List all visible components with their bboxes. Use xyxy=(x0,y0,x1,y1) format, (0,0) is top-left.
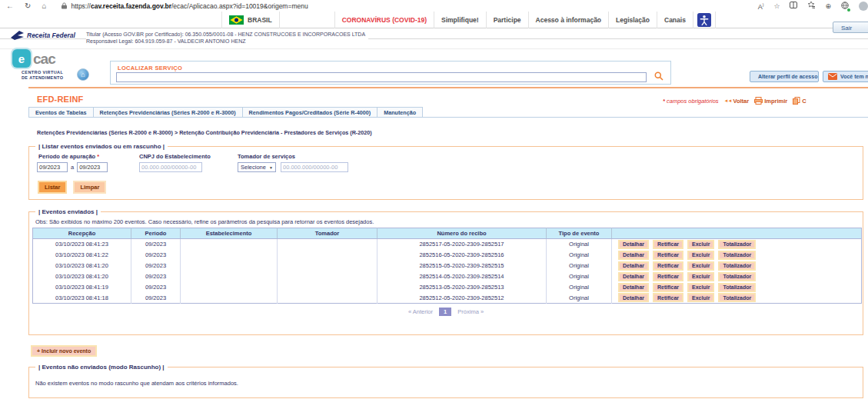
read-aloud-icon[interactable]: A) xyxy=(758,1,764,11)
localizar-servico-label: LOCALIZAR SERVIÇO xyxy=(118,65,182,71)
search-button[interactable] xyxy=(653,71,664,82)
browser-sync-icon[interactable] xyxy=(841,2,849,11)
retificar-button[interactable]: Retificar xyxy=(653,272,683,281)
back-icon[interactable]: ← xyxy=(6,2,14,10)
retificar-button[interactable]: Retificar xyxy=(653,261,683,271)
detalhar-button[interactable]: Detalhar xyxy=(618,272,649,281)
sair-button[interactable]: Sair xyxy=(833,22,868,33)
excluir-button[interactable]: Excluir xyxy=(687,293,714,302)
accessibility-button[interactable] xyxy=(693,12,716,28)
main-tabs: Eventos de Tabelas Retenções Previdenciá… xyxy=(28,107,868,118)
retificar-button[interactable]: Retificar xyxy=(653,283,683,292)
tab-retencoes-previdenciarias[interactable]: Retenções Previdenciárias (Séries R-2000… xyxy=(93,107,242,117)
detalhar-button[interactable]: Detalhar xyxy=(618,261,649,271)
detalhar-button[interactable]: Detalhar xyxy=(618,293,649,302)
listar-button[interactable]: Listar xyxy=(38,181,67,194)
partial-action-link[interactable]: C xyxy=(793,97,806,105)
split-screen-icon[interactable] xyxy=(790,2,797,10)
alterar-perfil-button[interactable]: Alterar perfil de acesso xyxy=(750,71,819,82)
mensagens-label: Você tem nova xyxy=(840,74,868,79)
table-header-row: Recepção Período Estabelecimento Tomador… xyxy=(33,228,862,239)
breadcrumb: Retenções Previdenciárias (Séries R-2000… xyxy=(37,129,372,136)
col-recepcao: Recepção xyxy=(33,228,131,239)
totalizador-button[interactable]: Totalizador xyxy=(718,251,756,260)
eventos-table: Recepção Período Estabelecimento Tomador… xyxy=(32,228,862,304)
imprimir-link[interactable]: Imprimir xyxy=(754,97,787,105)
totalizador-button[interactable]: Totalizador xyxy=(718,261,756,271)
ecac-cac-label: cac xyxy=(33,52,55,66)
detalhar-button[interactable]: Detalhar xyxy=(618,283,649,292)
retificar-button[interactable]: Retificar xyxy=(653,240,683,249)
page-toolbar: * campos obrigatórios ◄◄Voltar Imprimir … xyxy=(663,97,868,105)
receita-federal-swoosh-icon xyxy=(11,31,24,40)
periodo-de-input[interactable] xyxy=(37,162,68,172)
periodo-ate-input[interactable] xyxy=(77,162,108,172)
table-row: 03/10/2023 08:41:2309/20232852517-05-202… xyxy=(33,239,862,250)
detalhar-button[interactable]: Detalhar xyxy=(618,251,649,260)
brasil-link[interactable]: BRASIL xyxy=(221,12,280,28)
totalizador-button[interactable]: Totalizador xyxy=(718,240,756,249)
acesso-informacao-link[interactable]: Acesso à informação xyxy=(529,12,610,28)
pagination-proxima[interactable]: Próxima » xyxy=(457,308,484,315)
col-numero-recibo: Número do recibo xyxy=(377,228,547,239)
excluir-button[interactable]: Excluir xyxy=(687,272,714,281)
required-fields-note: * campos obrigatórios xyxy=(663,98,719,105)
retificar-button[interactable]: Retificar xyxy=(653,293,683,302)
tomador-cnpj-input[interactable] xyxy=(281,162,348,172)
ecac-e-badge: e xyxy=(12,49,31,68)
receita-federal-logo: Receita Federal xyxy=(11,31,75,40)
pagination-current-page[interactable]: 1 xyxy=(439,308,451,316)
excluir-button[interactable]: Excluir xyxy=(687,261,714,271)
screen: { "colors": { "accent_orange": "#f4703c"… xyxy=(0,0,868,419)
totalizador-button[interactable]: Totalizador xyxy=(718,283,756,292)
participe-link[interactable]: Participe xyxy=(487,12,529,28)
excluir-button[interactable]: Excluir xyxy=(687,251,714,260)
accessibility-icon xyxy=(697,13,711,27)
refresh-icon[interactable]: ↻ xyxy=(25,2,31,10)
excluir-button[interactable]: Excluir xyxy=(687,240,714,249)
pages-icon xyxy=(793,97,800,105)
canais-link[interactable]: Canais xyxy=(657,12,693,28)
address-bar[interactable]: https://cav.receita.fazenda.gov.br/ecac/… xyxy=(62,2,308,10)
incluir-novo-evento-button[interactable]: + Incluir novo evento xyxy=(31,345,97,357)
brasil-flag-icon xyxy=(229,15,244,25)
mensagens-button[interactable]: Você tem nova xyxy=(823,71,868,82)
ecac-subtitle: CENTRO VIRTUAL DE ATENDIMENTO xyxy=(22,70,63,80)
collections-icon[interactable] xyxy=(807,2,815,10)
ecac-logo: e cac CENTRO VIRTUAL DE ATENDIMENTO xyxy=(12,49,63,80)
browser-profile-avatar[interactable] xyxy=(859,2,868,11)
browser-home-icon[interactable]: ⌂ xyxy=(42,2,46,10)
tomador-select[interactable]: Selecione▼ xyxy=(238,162,276,172)
rascunho-empty-text: Não existem eventos no modo rascunho que… xyxy=(35,380,238,387)
limpar-button[interactable]: Limpar xyxy=(73,181,106,194)
coronavirus-link[interactable]: CORONAVÍRUS (COVID-19) xyxy=(335,12,434,28)
voltar-link[interactable]: ◄◄Voltar xyxy=(724,98,750,105)
simplifique-link[interactable]: Simplifique! xyxy=(434,12,487,28)
tab-rendimentos-pagos[interactable]: Rendimentos Pagos/Creditados (Série R-40… xyxy=(242,107,377,117)
totalizador-button[interactable]: Totalizador xyxy=(718,293,756,302)
excluir-button[interactable]: Excluir xyxy=(687,283,714,292)
search-icon xyxy=(654,71,663,81)
col-periodo: Período xyxy=(131,228,181,239)
pagination-anterior[interactable]: « Anterior xyxy=(408,308,433,315)
col-estabelecimento: Estabelecimento xyxy=(181,228,278,239)
table-row: 03/10/2023 08:41:1809/20232852512-05-202… xyxy=(33,293,862,304)
legislacao-link[interactable]: Legislação xyxy=(609,12,657,28)
eventos-rascunho-legend: | Eventos não enviados (modo Rascunho) | xyxy=(35,364,168,371)
extensions-icon[interactable]: ⊕ xyxy=(825,2,831,10)
obs-text: Obs: São exibidos no máximo 200 eventos.… xyxy=(35,218,374,225)
totalizador-button[interactable]: Totalizador xyxy=(718,272,756,281)
retificar-button[interactable]: Retificar xyxy=(653,251,683,260)
eventos-rascunho-fieldset: | Eventos não enviados (modo Rascunho) |… xyxy=(28,367,863,398)
ecac-home-button[interactable]: ⌂ xyxy=(77,68,89,81)
cnpj-estabelecimento-input[interactable] xyxy=(139,162,202,172)
periodo-sep-label: a xyxy=(71,164,74,171)
tab-manutencao[interactable]: Manutenção xyxy=(377,107,423,117)
band-divider xyxy=(0,48,868,49)
periodo-apuracao-label: Período de apuração * xyxy=(38,153,99,160)
tab-eventos-de-tabelas[interactable]: Eventos de Tabelas xyxy=(28,107,93,117)
favorite-star-icon[interactable]: ☆ xyxy=(773,2,780,10)
brasil-label: BRASIL xyxy=(248,16,272,24)
detalhar-button[interactable]: Detalhar xyxy=(618,240,649,249)
localizar-servico-input[interactable] xyxy=(116,72,647,82)
